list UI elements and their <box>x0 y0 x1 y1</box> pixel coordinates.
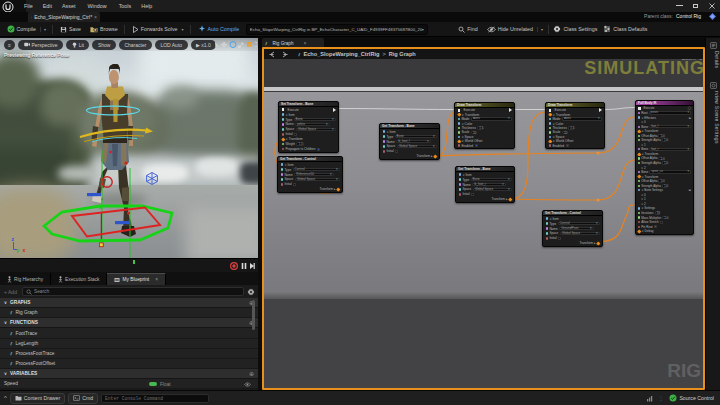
svg-text:x: x <box>23 247 26 253</box>
svg-text:y: y <box>17 247 20 253</box>
svg-text:z: z <box>12 236 15 242</box>
